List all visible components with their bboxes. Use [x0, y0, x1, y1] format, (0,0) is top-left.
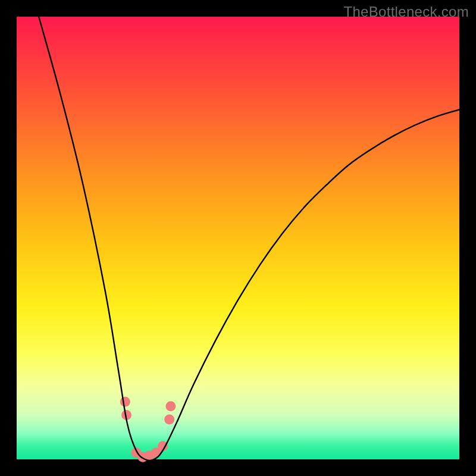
bottleneck-curve — [39, 17, 459, 461]
trough-marker — [165, 401, 176, 411]
plot-area — [17, 17, 459, 459]
trough-marker — [120, 397, 130, 407]
chart-frame: TheBottleneck.com — [0, 0, 476, 476]
chart-svg — [17, 17, 459, 459]
watermark-text: TheBottleneck.com — [343, 4, 469, 20]
trough-marker — [164, 415, 174, 425]
